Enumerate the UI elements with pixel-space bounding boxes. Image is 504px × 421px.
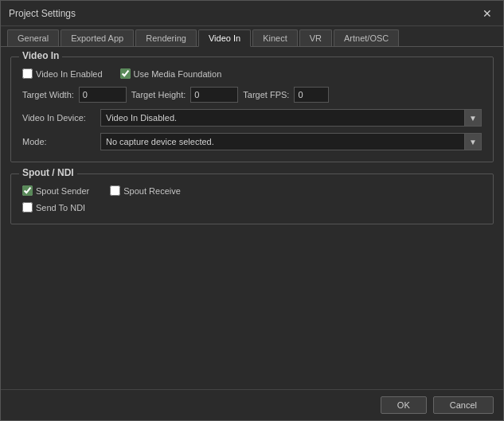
send-to-ndi-label: Send To NDI bbox=[36, 203, 85, 212]
use-media-foundation-checkbox[interactable] bbox=[120, 68, 131, 79]
video-in-enabled-label: Video In Enabled bbox=[36, 69, 103, 79]
spout-sender-label: Spout Sender bbox=[36, 186, 89, 196]
tab-exported-app[interactable]: Exported App bbox=[61, 29, 134, 46]
video-in-device-label: Video In Device: bbox=[22, 113, 94, 123]
mode-select[interactable]: No capture device selected. bbox=[100, 133, 482, 150]
title-bar: Project Settings ✕ bbox=[1, 1, 503, 26]
tab-artnet-osc[interactable]: Artnet/OSC bbox=[334, 29, 399, 46]
bottom-bar: OK Cancel bbox=[1, 389, 503, 420]
dialog: Project Settings ✕ General Exported App … bbox=[0, 0, 504, 421]
ok-button[interactable]: OK bbox=[381, 396, 427, 414]
video-in-enabled-checkbox-label[interactable]: Video In Enabled bbox=[22, 68, 103, 79]
close-button[interactable]: ✕ bbox=[479, 8, 495, 19]
send-to-ndi-checkbox[interactable] bbox=[22, 202, 33, 212]
video-in-group-label: Video In bbox=[19, 50, 62, 61]
tabs-bar: General Exported App Rendering Video In … bbox=[1, 26, 503, 47]
use-media-foundation-label: Use Media Foundation bbox=[134, 69, 222, 79]
tab-kinect[interactable]: Kinect bbox=[252, 29, 298, 46]
target-height-label: Target Height: bbox=[131, 90, 186, 99]
use-media-foundation-checkbox-label[interactable]: Use Media Foundation bbox=[120, 68, 222, 79]
spout-receive-checkbox-label[interactable]: Spout Receive bbox=[110, 185, 181, 196]
mode-label: Mode: bbox=[22, 137, 94, 146]
dialog-title: Project Settings bbox=[9, 8, 76, 19]
target-fps-label: Target FPS: bbox=[243, 90, 289, 99]
mode-select-wrapper: No capture device selected. ▼ bbox=[100, 133, 482, 150]
target-height-input[interactable] bbox=[190, 87, 238, 103]
video-in-device-select[interactable]: Video In Disabled. bbox=[100, 109, 482, 127]
cancel-button[interactable]: Cancel bbox=[433, 396, 494, 414]
tab-video-in[interactable]: Video In bbox=[198, 29, 251, 47]
video-in-device-row: Video In Device: Video In Disabled. ▼ bbox=[22, 109, 482, 127]
main-content: Video In Video In Enabled Use Media Foun… bbox=[1, 47, 503, 389]
send-to-ndi-checkbox-label[interactable]: Send To NDI bbox=[22, 202, 85, 212]
spout-ndi-group-label: Spout / NDI bbox=[19, 167, 77, 178]
spout-sender-checkbox[interactable] bbox=[22, 185, 33, 196]
target-dimensions-row: Target Width: Target Height: Target FPS: bbox=[22, 87, 482, 103]
tab-general[interactable]: General bbox=[7, 29, 59, 46]
spout-receive-label: Spout Receive bbox=[123, 186, 181, 196]
spout-receive-checkbox[interactable] bbox=[110, 185, 120, 196]
target-fps-input[interactable] bbox=[294, 87, 329, 103]
target-width-label: Target Width: bbox=[22, 90, 74, 99]
video-in-device-select-wrapper: Video In Disabled. ▼ bbox=[100, 109, 482, 127]
tab-rendering[interactable]: Rendering bbox=[135, 29, 197, 46]
spout-sender-checkbox-label[interactable]: Spout Sender bbox=[22, 185, 89, 196]
tab-vr[interactable]: VR bbox=[299, 29, 332, 46]
video-in-group: Video In Video In Enabled Use Media Foun… bbox=[10, 57, 494, 162]
spout-ndi-group: Spout / NDI Spout Sender Spout Receive S… bbox=[10, 173, 494, 224]
video-in-enabled-checkbox[interactable] bbox=[22, 68, 33, 79]
mode-row: Mode: No capture device selected. ▼ bbox=[22, 133, 482, 150]
target-width-input[interactable] bbox=[79, 87, 127, 103]
